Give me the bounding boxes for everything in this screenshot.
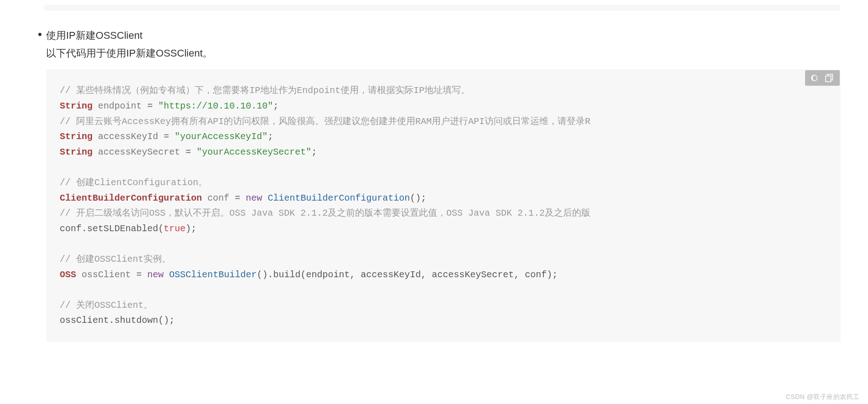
code-literal: true <box>164 223 186 234</box>
code-comment: // 创建OSSClient实例。 <box>60 254 171 264</box>
previous-code-block-tail <box>44 5 841 11</box>
code-type: OSS <box>60 269 76 280</box>
code-identifier: endpoint <box>98 101 142 111</box>
code-keyword: String <box>60 101 93 111</box>
page-content: 使用IP新建OSSClient 以下代码用于使用IP新建OSSClient。 <box>0 0 868 351</box>
code-identifier: ossClient <box>82 269 131 280</box>
code-comment: // 某些特殊情况（例如专有域）下，您需要将IP地址作为Endpoint使用，请… <box>60 85 470 96</box>
code-identifier: accessKeySecret <box>98 147 180 157</box>
code-identifier: conf <box>207 193 229 203</box>
code-type: OSSClientBuilder <box>169 269 257 280</box>
theme-toggle-button[interactable] <box>808 72 822 84</box>
code-comment: // 关闭OSSClient。 <box>60 300 153 311</box>
watermark: CSDN @双子座的农民工 <box>786 393 860 401</box>
bullet-item: 使用IP新建OSSClient <box>38 27 841 43</box>
code-comment: // 创建ClientConfiguration。 <box>60 177 207 188</box>
code-toolbar <box>805 70 840 86</box>
code-keyword: String <box>60 147 93 157</box>
code-type: ClientBuilderConfiguration <box>60 193 202 203</box>
svg-rect-4 <box>826 76 831 82</box>
code-identifier: accessKeyId <box>98 131 158 142</box>
code-comment: // 阿里云账号AccessKey拥有所有API的访问权限，风险很高。强烈建议您… <box>60 116 590 127</box>
code-keyword: new <box>246 193 262 203</box>
moon-icon <box>810 74 820 82</box>
code-string: "https://10.10.10.10" <box>158 101 273 111</box>
bullet-dot-icon <box>38 33 41 36</box>
bullet-section: 使用IP新建OSSClient 以下代码用于使用IP新建OSSClient。 <box>38 27 841 342</box>
bullet-title: 使用IP新建OSSClient <box>46 27 143 43</box>
code-string: "yourAccessKeyId" <box>175 131 268 142</box>
code-line: ossClient.shutdown(); <box>60 315 175 326</box>
code-keyword: String <box>60 131 93 142</box>
code-type: ClientBuilderConfiguration <box>268 193 410 203</box>
code-line: conf.setSLDEnabled( <box>60 223 164 234</box>
code-string: "yourAccessKeySecret" <box>196 147 311 157</box>
copy-button[interactable] <box>822 72 837 84</box>
code-block[interactable]: // 某些特殊情况（例如专有域）下，您需要将IP地址作为Endpoint使用，请… <box>46 69 841 342</box>
svg-point-1 <box>813 75 819 81</box>
code-wrapper: // 某些特殊情况（例如专有域）下，您需要将IP地址作为Endpoint使用，请… <box>46 69 841 342</box>
code-comment: // 开启二级域名访问OSS，默认不开启。OSS Java SDK 2.1.2及… <box>60 208 590 218</box>
bullet-description: 以下代码用于使用IP新建OSSClient。 <box>46 45 841 61</box>
copy-icon <box>825 74 834 82</box>
code-keyword: new <box>147 269 164 280</box>
